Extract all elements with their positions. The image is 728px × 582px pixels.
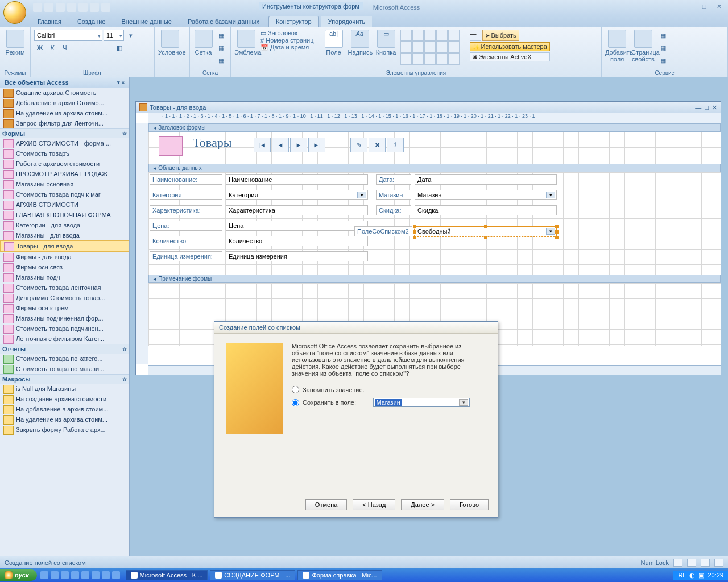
wizard-next-button[interactable]: Далее > bbox=[401, 499, 444, 510]
selection-handle[interactable] bbox=[555, 230, 559, 234]
qat-icon[interactable] bbox=[78, 3, 88, 12]
field-control[interactable]: Категория bbox=[226, 190, 368, 200]
qat-icon[interactable] bbox=[90, 3, 99, 12]
nav-form-item[interactable]: Стоимость товаръ bbox=[0, 148, 129, 159]
nav-form-item[interactable]: Фирмы осн к трем bbox=[0, 303, 129, 313]
form-min-icon[interactable]: — bbox=[695, 104, 701, 111]
nav-form-item[interactable]: Магазины подч bbox=[0, 272, 129, 282]
add-fields-button[interactable]: Добавить поля bbox=[605, 30, 629, 63]
control-icon[interactable] bbox=[436, 30, 448, 41]
nav-group-macros[interactable]: Макросы☆ bbox=[0, 374, 129, 384]
maximize-button[interactable]: □ bbox=[697, 3, 711, 12]
control-icon[interactable] bbox=[412, 30, 424, 41]
nav-macro-item[interactable]: Закрыть форму Работа с арх... bbox=[0, 425, 129, 435]
button-tool[interactable]: ▭Кнопка bbox=[374, 30, 398, 56]
wizard-option-remember[interactable]: Запомнить значение. bbox=[292, 386, 486, 393]
ql-icon[interactable] bbox=[81, 571, 89, 579]
nav-form-item[interactable]: Магазины подчиненная фор... bbox=[0, 313, 129, 323]
field-label[interactable]: Скидка: bbox=[376, 205, 411, 215]
view-switch-icon[interactable] bbox=[701, 559, 710, 567]
service-icon[interactable]: ▦ bbox=[657, 30, 669, 41]
nav-form-item[interactable]: Категории - для ввода bbox=[0, 220, 129, 230]
font-color-icon[interactable]: ▾ bbox=[125, 30, 136, 41]
textbox-tool[interactable]: ab|Поле bbox=[322, 30, 346, 56]
control-icon[interactable] bbox=[436, 53, 448, 65]
selection-handle[interactable] bbox=[413, 230, 416, 234]
view-switch-icon[interactable] bbox=[687, 559, 696, 567]
start-button[interactable]: пуск bbox=[0, 569, 37, 581]
form-header-area[interactable]: Товары |◄ ◄ ► ►| ✎ ✖ ⤴ bbox=[148, 132, 721, 164]
nav-edit-icon[interactable]: ✎ bbox=[350, 138, 367, 152]
wizard-field-combo[interactable]: Магазин bbox=[373, 398, 470, 407]
control-icon[interactable] bbox=[448, 41, 460, 53]
align-left-icon[interactable]: ≡ bbox=[76, 42, 88, 53]
nav-form-item[interactable]: Работа с архивом стоимости bbox=[0, 159, 129, 169]
nav-macro-item[interactable]: На добавление в архив стоим... bbox=[0, 404, 129, 414]
field-control[interactable]: Наименование bbox=[226, 174, 368, 185]
field-control[interactable]: Количество bbox=[226, 236, 368, 246]
control-icon[interactable] bbox=[412, 53, 424, 65]
tray-icon[interactable]: ◐ bbox=[689, 572, 695, 579]
field-control[interactable]: Характеристика bbox=[226, 205, 368, 215]
ql-icon[interactable] bbox=[61, 571, 69, 579]
tab-designer[interactable]: Конструктор bbox=[268, 16, 319, 27]
control-icon[interactable] bbox=[412, 41, 424, 53]
fontsize-combo[interactable]: 11 bbox=[104, 30, 124, 41]
nav-report-item[interactable]: Стоимость товара по катего... bbox=[0, 354, 129, 364]
field-label[interactable]: Количество: bbox=[150, 236, 222, 246]
clock[interactable]: 20:29 bbox=[708, 572, 723, 579]
office-button[interactable] bbox=[3, 1, 26, 24]
view-mode-button[interactable]: Режим bbox=[3, 30, 27, 56]
line-tool-icon[interactable]: — bbox=[470, 30, 481, 41]
tray-icon[interactable]: ▣ bbox=[698, 572, 704, 579]
emblem-button[interactable]: Эмблема bbox=[234, 30, 258, 56]
ql-icon[interactable] bbox=[40, 571, 48, 579]
field-label[interactable]: Дата: bbox=[376, 174, 411, 185]
control-icon[interactable] bbox=[400, 53, 412, 65]
form-title-label[interactable]: Товары bbox=[193, 135, 231, 150]
selection-handle[interactable] bbox=[413, 225, 416, 228]
selection-handle[interactable] bbox=[484, 225, 487, 228]
align-center-icon[interactable]: ≡ bbox=[89, 42, 100, 53]
nav-form-item[interactable]: Товары - для ввода bbox=[0, 240, 129, 252]
field-control[interactable]: Цена bbox=[226, 221, 368, 231]
field-label[interactable]: Категория bbox=[150, 190, 222, 200]
nav-form-item[interactable]: Диаграмма Стоимость товар... bbox=[0, 293, 129, 303]
fill-color-icon[interactable]: ◧ bbox=[114, 42, 125, 53]
field-label[interactable]: Единица измерения: bbox=[150, 251, 222, 261]
selection-handle[interactable] bbox=[555, 236, 559, 239]
control-icon[interactable] bbox=[436, 41, 448, 53]
form-close-icon[interactable]: ✕ bbox=[712, 104, 717, 111]
activex-button[interactable]: ✖ Элементы ActiveX bbox=[470, 52, 550, 61]
selection-handle[interactable] bbox=[484, 236, 487, 239]
font-combo[interactable]: Calibri bbox=[34, 30, 102, 41]
bold-button[interactable]: Ж bbox=[34, 42, 46, 53]
grid-opt-icon[interactable]: ▦ bbox=[216, 55, 227, 66]
title-button[interactable]: ▭ Заголовок bbox=[260, 30, 314, 37]
close-button[interactable]: ✕ bbox=[712, 3, 726, 12]
nav-last-icon[interactable]: ►| bbox=[308, 138, 325, 152]
selection-handle[interactable] bbox=[413, 236, 416, 239]
nav-form-item[interactable]: Стоимость товара подчинен... bbox=[0, 323, 129, 334]
nav-prev-icon[interactable]: ◄ bbox=[272, 138, 289, 152]
control-icon[interactable] bbox=[424, 41, 436, 53]
nav-macro-item[interactable]: На создание архива стоимости bbox=[0, 394, 129, 404]
nav-form-item[interactable]: ПРОСМОТР АРХИВА ПРОДАЖ bbox=[0, 169, 129, 179]
ql-icon[interactable] bbox=[92, 571, 100, 579]
section-form-footer[interactable]: Примечание формы bbox=[148, 275, 721, 283]
nav-query-item[interactable]: Содание архива Стоимость bbox=[0, 88, 129, 98]
underline-button[interactable]: Ч bbox=[59, 42, 71, 53]
field-label[interactable]: Магазин bbox=[376, 190, 411, 200]
section-form-header[interactable]: Заголовок формы bbox=[148, 123, 721, 132]
nav-form-item[interactable]: АРХИВ СТОИМОСТИ - форма ... bbox=[0, 138, 129, 148]
form-detail-area[interactable]: Наименование:НаименованиеКатегорияКатего… bbox=[148, 172, 721, 275]
nav-next-icon[interactable]: ► bbox=[290, 138, 307, 152]
pagenum-button[interactable]: # Номера страниц bbox=[260, 37, 314, 44]
service-icon[interactable]: ▦ bbox=[657, 42, 669, 53]
nav-form-item[interactable]: АРХИВ СТОИМОСТИ bbox=[0, 199, 129, 210]
property-sheet-button[interactable]: Страница свойств bbox=[631, 30, 655, 63]
control-icon[interactable] bbox=[424, 53, 436, 65]
nav-form-item[interactable]: Фирмы осн связ bbox=[0, 262, 129, 272]
nav-first-icon[interactable]: |◄ bbox=[254, 138, 271, 152]
field-control[interactable]: Магазин bbox=[415, 190, 557, 200]
